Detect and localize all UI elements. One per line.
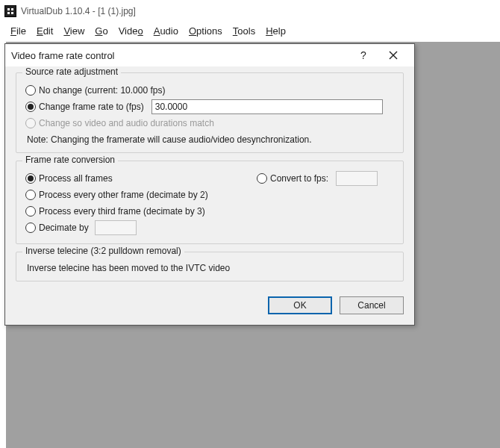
radio-no-change-label: No change (current: 10.000 fps): [39, 85, 165, 96]
group-source-rate: Source rate adjustment No change (curren…: [16, 72, 404, 153]
menu-help[interactable]: Help: [266, 25, 286, 37]
radio-match-durations-label: Change so video and audio durations matc…: [39, 118, 214, 128]
group-framerate-conversion: Frame rate conversion Process all frames…: [16, 161, 404, 244]
framerate-dialog: Video frame rate control ? Source rate a…: [4, 43, 415, 326]
radio-change-fps[interactable]: [25, 102, 36, 112]
change-fps-input[interactable]: [151, 99, 383, 114]
dialog-title: Video frame rate control: [11, 50, 349, 61]
radio-match-durations: [25, 118, 36, 128]
menu-go[interactable]: Go: [95, 25, 107, 37]
menu-options[interactable]: Options: [189, 25, 222, 37]
radio-decimate-by[interactable]: [25, 223, 36, 233]
svg-rect-0: [6, 7, 15, 16]
ok-button[interactable]: OK: [268, 296, 332, 314]
decimate-by-input[interactable]: [95, 220, 137, 235]
radio-convert-to-fps-label: Convert to fps:: [270, 173, 328, 184]
svg-rect-1: [7, 8, 10, 10]
svg-rect-4: [11, 12, 13, 14]
dialog-titlebar: Video frame rate control ?: [5, 44, 414, 66]
radio-decimate-2[interactable]: [25, 190, 36, 200]
convert-to-fps-input[interactable]: [336, 171, 378, 186]
menu-video[interactable]: Video: [119, 25, 143, 37]
cancel-button[interactable]: Cancel: [340, 296, 404, 314]
group-ivtc: Inverse telecine (3:2 pulldown removal) …: [16, 252, 404, 281]
radio-convert-to-fps[interactable]: [257, 173, 267, 184]
radio-decimate-2-label: Process every other frame (decimate by 2…: [39, 190, 208, 200]
menu-view[interactable]: View: [63, 25, 84, 37]
ivtc-message: Inverse telecine has been moved to the I…: [24, 261, 396, 273]
group-conv-legend: Frame rate conversion: [22, 155, 118, 165]
radio-decimate-by-label: Decimate by: [39, 223, 89, 233]
radio-no-change[interactable]: [25, 85, 36, 96]
svg-rect-2: [11, 8, 13, 10]
menu-edit[interactable]: Edit: [37, 25, 53, 37]
radio-change-fps-label: Change frame rate to (fps): [39, 102, 144, 112]
svg-rect-3: [7, 12, 10, 14]
app-title: VirtualDub 1.10.4 - [1 (1).jpg]: [21, 6, 136, 16]
group-ivtc-legend: Inverse telecine (3:2 pulldown removal): [22, 246, 184, 256]
radio-decimate-3[interactable]: [25, 206, 36, 217]
dialog-body: Source rate adjustment No change (curren…: [5, 66, 414, 325]
desync-note: Note: Changing the framerate will cause …: [24, 131, 396, 145]
app-titlebar: VirtualDub 1.10.4 - [1 (1).jpg]: [0, 0, 500, 22]
radio-decimate-3-label: Process every third frame (decimate by 3…: [39, 206, 205, 217]
group-source-legend: Source rate adjustment: [22, 66, 121, 77]
menu-tools[interactable]: Tools: [233, 25, 255, 37]
radio-process-all[interactable]: [25, 173, 36, 184]
dialog-button-row: OK Cancel: [16, 289, 404, 314]
app-icon: [4, 5, 16, 17]
radio-process-all-label: Process all frames: [39, 173, 113, 184]
close-button[interactable]: [378, 46, 408, 65]
menubar: File Edit View Go Video Audio Options To…: [0, 22, 500, 39]
menu-file[interactable]: File: [10, 25, 26, 37]
help-button[interactable]: ?: [349, 46, 378, 65]
menu-audio[interactable]: Audio: [154, 25, 178, 37]
